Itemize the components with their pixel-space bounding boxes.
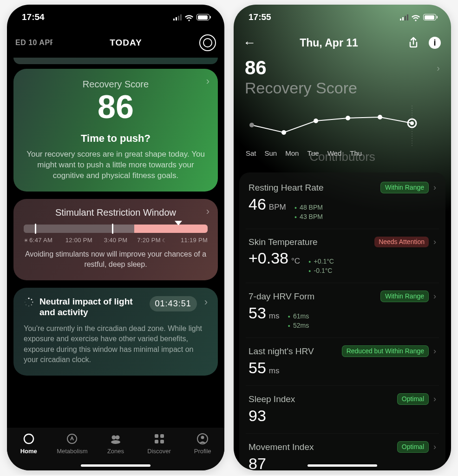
chevron-right-icon: ›	[433, 237, 436, 247]
reference-range: 61ms 52ms	[288, 312, 309, 329]
wifi-icon	[184, 14, 194, 20]
recovery-subtitle: Time to push?	[24, 132, 208, 145]
stimulant-times: ☀6:47 AM 12:00 PM 3:40 PM 7:20 PM☾ 11:19…	[24, 237, 208, 244]
detail-screen: 17:55 ← Thu, Apr 11 i 86 › Recovery Scor…	[234, 5, 451, 470]
svg-point-21	[281, 130, 286, 135]
metric-skin-temperature[interactable]: Skin Temperature Needs Attention › +0.38…	[246, 229, 439, 283]
detail-date: Thu, Apr 11	[259, 37, 399, 49]
svg-point-12	[111, 440, 120, 444]
wifi-icon	[411, 14, 420, 20]
svg-point-10	[111, 436, 116, 440]
light-body: You're currently in the circadian dead z…	[24, 324, 208, 365]
metric-sleep-index[interactable]: Sleep Index Optimal › 93	[246, 386, 439, 434]
recovery-title: Recovery Score	[24, 79, 208, 90]
share-button[interactable]	[406, 36, 420, 50]
sunrise-icon: ☀	[24, 238, 28, 243]
status-indicators	[400, 14, 436, 20]
svg-rect-14	[160, 434, 164, 438]
tab-metabolism[interactable]: Metabolism	[51, 432, 94, 455]
status-bar: 17:54	[7, 5, 224, 30]
previous-date[interactable]: ED 10 APR	[15, 39, 52, 47]
stimulant-title: Stimulant Restriction Window	[24, 207, 208, 218]
card-teaser	[13, 58, 218, 64]
status-badge: Needs Attention	[374, 237, 429, 247]
score-header[interactable]: 86 ›	[234, 56, 451, 79]
chevron-right-icon: ›	[206, 75, 209, 87]
tab-profile[interactable]: Profile	[181, 432, 224, 455]
recovery-card[interactable]: › Recovery Score 86 Time to push? Your r…	[13, 69, 218, 192]
tab-zones[interactable]: Zones	[94, 432, 137, 455]
back-button[interactable]: ←	[243, 35, 256, 50]
clock: 17:54	[22, 12, 45, 22]
metric-last-night-hrv[interactable]: Last night's HRV Reduced but Within Rang…	[246, 338, 439, 386]
svg-point-24	[378, 115, 382, 119]
home-screen: 17:54 ED 10 APR TODAY › Recovery Score 8…	[7, 5, 224, 470]
info-button[interactable]: i	[428, 36, 442, 50]
svg-point-22	[314, 119, 318, 123]
chevron-right-icon: ›	[433, 291, 436, 301]
svg-point-26	[410, 121, 414, 125]
loading-icon	[24, 297, 34, 307]
svg-point-4	[28, 305, 29, 306]
status-badge: Within Range	[380, 291, 429, 302]
chevron-right-icon: ›	[433, 394, 436, 404]
svg-point-9	[67, 434, 77, 443]
stimulant-timeline	[24, 225, 208, 233]
svg-rect-13	[155, 434, 158, 438]
date-nav: ED 10 APR TODAY	[7, 30, 224, 58]
trend-chart[interactable]	[245, 106, 440, 147]
status-badge: Within Range	[380, 182, 429, 193]
metric-resting-heart-rate[interactable]: Resting Heart Rate Within Range › 46 BPM…	[246, 174, 439, 229]
status-badge: Reduced but Within Range	[342, 345, 429, 357]
score-value: 86	[245, 57, 267, 79]
battery-icon	[423, 14, 436, 20]
stimulant-body: Avoiding stimulants now will improve you…	[24, 249, 208, 270]
svg-point-8	[24, 434, 33, 443]
home-indicator[interactable]	[81, 464, 150, 467]
chevron-right-icon: ›	[433, 442, 436, 452]
svg-point-0	[28, 298, 29, 299]
light-card[interactable]: Neutral impact of light and activity 01:…	[13, 288, 218, 376]
info-icon: i	[429, 37, 441, 49]
cellular-icon	[400, 14, 408, 20]
score-label: Recovery Score	[234, 79, 451, 97]
svg-point-2	[32, 301, 33, 303]
tab-home[interactable]: Home	[7, 432, 51, 455]
metabolism-icon	[65, 432, 79, 445]
chevron-right-icon: ›	[433, 183, 436, 192]
tab-discover[interactable]: Discover	[137, 432, 181, 455]
sunset-icon: ☾	[162, 238, 167, 243]
home-icon	[22, 432, 35, 445]
svg-point-18	[201, 436, 204, 439]
status-badge: Optimal	[397, 393, 429, 405]
svg-point-1	[31, 298, 32, 300]
today-label: TODAY	[110, 38, 142, 48]
svg-rect-16	[160, 440, 164, 443]
svg-point-23	[346, 116, 350, 120]
battery-icon	[196, 14, 209, 20]
reference-range: 48 BPM 43 BPM	[294, 204, 323, 220]
status-badge: Optimal	[397, 441, 429, 453]
countdown-timer: 01:43:51	[150, 296, 197, 311]
home-indicator[interactable]	[308, 464, 377, 467]
profile-icon	[196, 432, 209, 445]
recovery-score: 86	[24, 91, 208, 123]
detail-nav: ← Thu, Apr 11 i	[234, 30, 451, 56]
status-indicators	[173, 14, 209, 20]
now-marker-icon	[175, 221, 182, 225]
discover-icon	[153, 432, 166, 445]
svg-rect-15	[155, 440, 158, 443]
svg-point-6	[25, 302, 26, 303]
clock: 17:55	[249, 12, 271, 22]
svg-point-7	[26, 299, 26, 300]
reference-range: +0.1°C -0.1°C	[308, 258, 334, 274]
svg-point-11	[115, 436, 119, 440]
tab-bar: Home Metabolism Zones Discover Profile	[7, 428, 224, 470]
ring-mode-button[interactable]	[199, 34, 216, 51]
metric-hrv-form[interactable]: 7-day HRV Form Within Range › 53 ms 61ms…	[246, 283, 439, 338]
svg-point-20	[249, 123, 254, 127]
metrics-list: Resting Heart Rate Within Range › 46 BPM…	[239, 172, 445, 470]
chevron-right-icon: ›	[437, 63, 440, 73]
stimulant-card[interactable]: › Stimulant Restriction Window ☀6:47 AM …	[13, 199, 218, 280]
chevron-right-icon: ›	[433, 346, 436, 356]
